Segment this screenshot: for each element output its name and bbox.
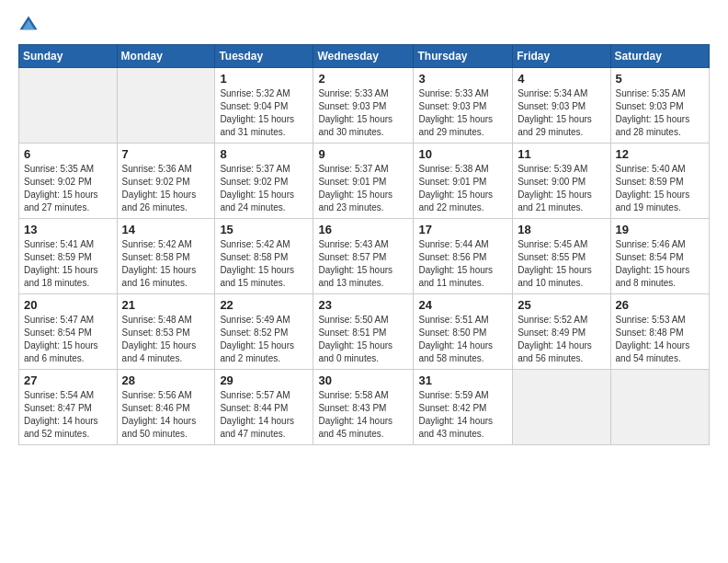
day-detail: Sunrise: 5:53 AM Sunset: 8:48 PM Dayligh…	[616, 314, 704, 365]
daylight: Daylight: 15 hours and 10 minutes.	[518, 265, 592, 288]
daylight: Daylight: 15 hours and 27 minutes.	[24, 190, 98, 213]
day-number: 16	[318, 223, 408, 236]
day-detail: Sunrise: 5:59 AM Sunset: 8:42 PM Dayligh…	[418, 389, 507, 441]
header-day-thursday: Thursday	[414, 45, 513, 68]
sunrise: Sunrise: 5:35 AM	[616, 88, 686, 98]
day-cell: 4 Sunrise: 5:34 AM Sunset: 9:03 PM Dayli…	[513, 68, 610, 144]
sunrise: Sunrise: 5:42 AM	[220, 239, 290, 249]
day-cell: 31 Sunrise: 5:59 AM Sunset: 8:42 PM Dayl…	[414, 370, 513, 445]
day-detail: Sunrise: 5:33 AM Sunset: 9:03 PM Dayligh…	[418, 87, 507, 139]
sunset: Sunset: 9:01 PM	[318, 177, 386, 187]
day-cell: 18 Sunrise: 5:45 AM Sunset: 8:55 PM Dayl…	[513, 219, 610, 294]
day-number: 1	[220, 72, 308, 86]
daylight: Daylight: 14 hours and 43 minutes.	[418, 416, 493, 439]
day-number: 8	[220, 147, 308, 161]
daylight: Daylight: 15 hours and 30 minutes.	[318, 114, 392, 137]
sunrise: Sunrise: 5:41 AM	[24, 239, 94, 249]
sunset: Sunset: 8:42 PM	[418, 403, 486, 413]
sunset: Sunset: 9:03 PM	[418, 101, 486, 111]
day-number: 12	[616, 147, 704, 161]
day-cell: 25 Sunrise: 5:52 AM Sunset: 8:49 PM Dayl…	[513, 294, 610, 370]
sunset: Sunset: 8:58 PM	[122, 252, 190, 262]
sunset: Sunset: 8:59 PM	[24, 252, 92, 262]
daylight: Daylight: 15 hours and 29 minutes.	[518, 114, 592, 137]
sunrise: Sunrise: 5:38 AM	[418, 164, 488, 174]
day-number: 30	[318, 373, 408, 387]
sunrise: Sunrise: 5:46 AM	[616, 239, 686, 249]
day-number: 4	[518, 72, 605, 86]
day-number: 10	[418, 147, 507, 161]
day-detail: Sunrise: 5:50 AM Sunset: 8:51 PM Dayligh…	[318, 314, 408, 365]
sunset: Sunset: 8:47 PM	[24, 403, 92, 413]
logo	[18, 15, 42, 35]
day-detail: Sunrise: 5:34 AM Sunset: 9:03 PM Dayligh…	[518, 87, 605, 139]
sunset: Sunset: 8:43 PM	[318, 403, 386, 413]
day-cell: 24 Sunrise: 5:51 AM Sunset: 8:50 PM Dayl…	[414, 294, 513, 370]
daylight: Daylight: 15 hours and 28 minutes.	[616, 114, 690, 137]
day-cell: 20 Sunrise: 5:47 AM Sunset: 8:54 PM Dayl…	[19, 294, 118, 370]
day-detail: Sunrise: 5:32 AM Sunset: 9:04 PM Dayligh…	[220, 87, 308, 139]
header-day-tuesday: Tuesday	[215, 45, 313, 68]
day-detail: Sunrise: 5:37 AM Sunset: 9:01 PM Dayligh…	[318, 163, 408, 214]
day-cell: 7 Sunrise: 5:36 AM Sunset: 9:02 PM Dayli…	[117, 144, 215, 219]
sunrise: Sunrise: 5:56 AM	[122, 390, 192, 400]
sunset: Sunset: 8:44 PM	[220, 403, 288, 413]
day-number: 17	[418, 223, 507, 236]
sunset: Sunset: 9:01 PM	[418, 177, 486, 187]
day-number: 2	[318, 72, 408, 86]
day-number: 31	[418, 373, 507, 387]
day-number: 21	[122, 298, 210, 312]
daylight: Daylight: 15 hours and 6 minutes.	[24, 340, 98, 363]
daylight: Daylight: 15 hours and 18 minutes.	[24, 265, 98, 288]
sunrise: Sunrise: 5:43 AM	[318, 239, 388, 249]
week-row-1: 1 Sunrise: 5:32 AM Sunset: 9:04 PM Dayli…	[19, 68, 710, 144]
sunrise: Sunrise: 5:34 AM	[518, 88, 587, 98]
day-number: 15	[220, 223, 308, 236]
day-cell	[117, 68, 215, 144]
day-detail: Sunrise: 5:35 AM Sunset: 9:02 PM Dayligh…	[24, 163, 112, 214]
day-detail: Sunrise: 5:48 AM Sunset: 8:53 PM Dayligh…	[122, 314, 210, 365]
day-number: 27	[24, 373, 112, 387]
daylight: Daylight: 14 hours and 58 minutes.	[418, 340, 493, 363]
sunrise: Sunrise: 5:49 AM	[220, 315, 290, 325]
sunset: Sunset: 8:58 PM	[220, 252, 288, 262]
sunrise: Sunrise: 5:35 AM	[24, 164, 94, 174]
day-number: 23	[318, 298, 408, 312]
day-detail: Sunrise: 5:57 AM Sunset: 8:44 PM Dayligh…	[220, 389, 308, 441]
sunset: Sunset: 8:53 PM	[122, 327, 190, 338]
day-cell: 3 Sunrise: 5:33 AM Sunset: 9:03 PM Dayli…	[414, 68, 513, 144]
daylight: Daylight: 15 hours and 2 minutes.	[220, 340, 294, 363]
day-cell: 21 Sunrise: 5:48 AM Sunset: 8:53 PM Dayl…	[117, 294, 215, 370]
sunset: Sunset: 9:02 PM	[122, 177, 190, 187]
day-detail: Sunrise: 5:56 AM Sunset: 8:46 PM Dayligh…	[122, 389, 210, 441]
day-detail: Sunrise: 5:43 AM Sunset: 8:57 PM Dayligh…	[318, 238, 408, 290]
day-cell: 8 Sunrise: 5:37 AM Sunset: 9:02 PM Dayli…	[215, 144, 313, 219]
day-number: 6	[24, 147, 112, 161]
day-detail: Sunrise: 5:44 AM Sunset: 8:56 PM Dayligh…	[418, 238, 507, 290]
day-detail: Sunrise: 5:42 AM Sunset: 8:58 PM Dayligh…	[122, 238, 210, 290]
week-row-4: 20 Sunrise: 5:47 AM Sunset: 8:54 PM Dayl…	[19, 294, 710, 370]
sunset: Sunset: 9:03 PM	[616, 101, 684, 111]
header-day-wednesday: Wednesday	[313, 45, 414, 68]
day-detail: Sunrise: 5:40 AM Sunset: 8:59 PM Dayligh…	[616, 163, 704, 214]
sunrise: Sunrise: 5:53 AM	[616, 315, 686, 325]
week-row-2: 6 Sunrise: 5:35 AM Sunset: 9:02 PM Dayli…	[19, 144, 710, 219]
sunrise: Sunrise: 5:59 AM	[418, 390, 488, 400]
day-detail: Sunrise: 5:38 AM Sunset: 9:01 PM Dayligh…	[418, 163, 507, 214]
sunrise: Sunrise: 5:40 AM	[616, 164, 686, 174]
daylight: Daylight: 15 hours and 23 minutes.	[318, 190, 392, 213]
sunrise: Sunrise: 5:52 AM	[518, 315, 587, 325]
daylight: Daylight: 15 hours and 16 minutes.	[122, 265, 197, 288]
day-detail: Sunrise: 5:42 AM Sunset: 8:58 PM Dayligh…	[220, 238, 308, 290]
day-cell: 13 Sunrise: 5:41 AM Sunset: 8:59 PM Dayl…	[19, 219, 118, 294]
daylight: Daylight: 15 hours and 24 minutes.	[220, 190, 294, 213]
day-detail: Sunrise: 5:58 AM Sunset: 8:43 PM Dayligh…	[318, 389, 408, 441]
sunrise: Sunrise: 5:44 AM	[418, 239, 488, 249]
day-number: 18	[518, 223, 605, 236]
day-detail: Sunrise: 5:46 AM Sunset: 8:54 PM Dayligh…	[616, 238, 704, 290]
day-detail: Sunrise: 5:33 AM Sunset: 9:03 PM Dayligh…	[318, 87, 408, 139]
daylight: Daylight: 15 hours and 15 minutes.	[220, 265, 294, 288]
day-cell: 30 Sunrise: 5:58 AM Sunset: 8:43 PM Dayl…	[313, 370, 414, 445]
sunrise: Sunrise: 5:45 AM	[518, 239, 587, 249]
daylight: Daylight: 15 hours and 0 minutes.	[318, 340, 392, 363]
